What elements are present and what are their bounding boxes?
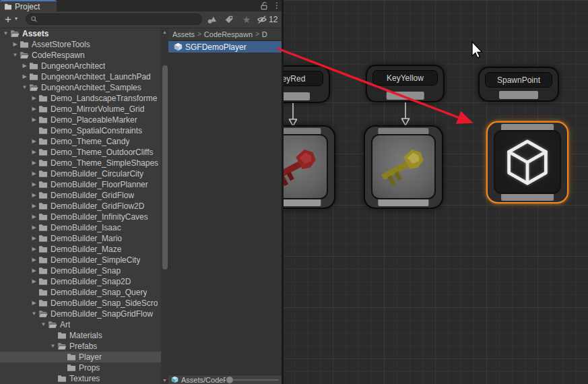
search-by-label-button[interactable] bbox=[222, 13, 236, 26]
tree-item[interactable]: Materials bbox=[0, 330, 161, 341]
tree-item[interactable]: ▶ DemoBuilder_Snap bbox=[0, 265, 161, 276]
search-box[interactable] bbox=[26, 13, 202, 25]
expander-icon[interactable]: ▶ bbox=[30, 298, 38, 309]
expander-icon[interactable]: ▶ bbox=[30, 115, 38, 125]
tree-item[interactable]: ▶ Demo_Theme_SimpleShapes bbox=[0, 158, 161, 168]
slider-knob[interactable] bbox=[226, 377, 233, 383]
search-input[interactable] bbox=[40, 15, 191, 24]
expander-icon[interactable]: ▼ bbox=[39, 319, 48, 330]
expander-icon[interactable]: ▶ bbox=[30, 136, 38, 147]
tree-item[interactable]: Demo_SpatialConstraints bbox=[0, 125, 161, 136]
expander-icon[interactable]: ▶ bbox=[30, 233, 38, 244]
tree-item[interactable]: ▶ DemoBuilder_Snap_SideScro bbox=[0, 298, 161, 309]
tree-item[interactable]: ▶ DemoBuilder_Maze bbox=[0, 244, 161, 255]
expander-icon[interactable]: ▼ bbox=[30, 309, 38, 319]
expander-icon[interactable]: ▶ bbox=[30, 168, 38, 179]
graph-node-spawnpoint-marker[interactable]: SpawnPoint bbox=[478, 67, 559, 102]
breadcrumb-segment[interactable]: Assets bbox=[172, 30, 195, 38]
panel-divider[interactable] bbox=[282, 0, 284, 384]
expander-icon[interactable]: ▶ bbox=[30, 158, 38, 168]
breadcrumb-segment[interactable]: D bbox=[262, 30, 267, 38]
tree-item[interactable]: ▶ Demo_PlaceableMarker bbox=[0, 115, 161, 125]
expander-icon[interactable]: ▶ bbox=[30, 190, 38, 201]
graph-node-keyred-marker[interactable]: KeyRed bbox=[282, 65, 330, 103]
tree-item[interactable]: ▶ Demo_LandscapeTransforme bbox=[0, 93, 161, 104]
tree-item[interactable]: ▶ DemoBuilder_Snap2D bbox=[0, 276, 161, 287]
breadcrumb-segment[interactable]: CodeRespawn bbox=[204, 30, 253, 38]
tree-item[interactable]: ▶ AssetStoreTools bbox=[0, 39, 161, 50]
tree-item-label: DemoBuilder_Mario bbox=[51, 233, 122, 244]
create-dropdown-caret-icon[interactable]: ▾ bbox=[15, 15, 18, 22]
scroll-up-icon[interactable]: ▲ bbox=[161, 30, 168, 34]
asset-item-label: SGFDemoPlayer bbox=[185, 42, 247, 52]
expander-icon[interactable]: ▶ bbox=[30, 104, 38, 115]
graph-node-keyred-item[interactable] bbox=[282, 125, 335, 209]
tree-item[interactable]: Textures bbox=[0, 373, 161, 384]
tree-item[interactable]: ▶ DemoBuilder_CircularCity bbox=[0, 168, 161, 179]
tree-item[interactable]: ▼ Art bbox=[0, 319, 161, 330]
expander-icon[interactable]: ▼ bbox=[1, 28, 10, 39]
expander-icon[interactable]: ▶ bbox=[30, 93, 38, 104]
tree-scrollbar[interactable]: ▲ ▼ bbox=[161, 28, 168, 384]
expander-icon[interactable]: ▶ bbox=[30, 212, 38, 222]
expander-icon[interactable]: ▼ bbox=[20, 82, 29, 93]
expander-icon[interactable]: ▶ bbox=[30, 276, 38, 287]
tree-item[interactable]: ▶ DemoBuilder_InfinityCaves bbox=[0, 212, 161, 222]
expander-icon[interactable]: ▶ bbox=[20, 61, 29, 71]
tree-item[interactable]: ▼ Assets bbox=[0, 28, 161, 39]
tree-item[interactable]: ▶ Demo_Theme_OutdoorCliffs bbox=[0, 147, 161, 158]
tree-item[interactable]: ▼ Prefabs bbox=[0, 341, 161, 352]
create-asset-button[interactable]: + bbox=[5, 12, 11, 27]
breadcrumb: Assets > CodeRespawn > D bbox=[168, 28, 282, 40]
folder-icon bbox=[20, 51, 30, 59]
folder-icon bbox=[38, 224, 48, 232]
tree-item[interactable]: ▶ DemoBuilder_GridFlow2D bbox=[0, 201, 161, 212]
eye-slash-icon bbox=[257, 15, 267, 24]
expander-icon[interactable]: ▼ bbox=[11, 50, 20, 61]
folder-icon bbox=[38, 278, 48, 286]
expander-icon[interactable]: ▶ bbox=[30, 255, 38, 265]
tab-project[interactable]: Project bbox=[0, 0, 57, 11]
graph-node-keyyellow-marker[interactable]: KeyYellow bbox=[366, 65, 445, 102]
expander-icon[interactable]: ▶ bbox=[20, 71, 29, 82]
expander-icon[interactable]: ▶ bbox=[11, 39, 20, 50]
tree-item[interactable]: ▼ DungeonArchitect_Samples bbox=[0, 82, 161, 93]
expander-icon[interactable]: ▶ bbox=[30, 179, 38, 190]
unlocked-padlock-icon[interactable] bbox=[260, 1, 268, 10]
tree-item[interactable]: Props bbox=[0, 362, 161, 373]
status-bar: Assets/CodeR bbox=[168, 375, 282, 384]
tree-item[interactable]: Player bbox=[0, 352, 161, 362]
tree-item[interactable]: ▶ DemoBuilder_GridFlow bbox=[0, 190, 161, 201]
tree-item[interactable]: ▶ DungeonArchitect_LaunchPad bbox=[0, 71, 161, 82]
expander-icon[interactable]: ▶ bbox=[30, 201, 38, 212]
tree-item-label: DemoBuilder_Snap bbox=[51, 265, 121, 276]
asset-item-sgfdemoplayer[interactable]: SGFDemoPlayer bbox=[168, 41, 282, 53]
expander-icon[interactable]: ▶ bbox=[30, 147, 38, 158]
graph-node-keyyellow-item[interactable] bbox=[364, 125, 443, 209]
expander-icon[interactable]: ▶ bbox=[30, 244, 38, 255]
breadcrumb-separator: > bbox=[255, 30, 259, 38]
tree-item[interactable]: ▶ DemoBuilder_SimpleCity bbox=[0, 255, 161, 265]
tree-item[interactable]: ▶ DemoBuilder_FloorPlanner bbox=[0, 179, 161, 190]
favorites-star-button[interactable]: ★ bbox=[239, 13, 254, 26]
expander-icon[interactable]: ▶ bbox=[30, 222, 38, 233]
tree-item[interactable]: ▼ DemoBuilder_SnapGridFlow bbox=[0, 309, 161, 319]
scrollbar-thumb[interactable] bbox=[162, 65, 168, 269]
flow-graph-canvas[interactable]: KeyRed KeyYellow SpawnPoint bbox=[282, 0, 588, 384]
tree-item[interactable]: ▶ DungeonArchitect bbox=[0, 61, 161, 71]
hidden-count-toggle[interactable]: 12 bbox=[257, 13, 282, 26]
tree-item[interactable]: ▶ Demo_MirrorVolume_Grid bbox=[0, 104, 161, 115]
tree-item[interactable]: ▶ DemoBuilder_Mario bbox=[0, 233, 161, 244]
graph-node-spawnpoint-item-selected[interactable] bbox=[486, 121, 568, 203]
tree-item[interactable]: ▶ DemoBuilder_Isaac bbox=[0, 222, 161, 233]
expander-icon[interactable]: ▼ bbox=[48, 341, 57, 352]
expander-icon[interactable]: ▶ bbox=[30, 265, 38, 276]
tree-item[interactable]: ▶ Demo_Theme_Candy bbox=[0, 136, 161, 147]
search-by-type-button[interactable] bbox=[204, 13, 219, 26]
thumbnail-zoom-slider[interactable] bbox=[229, 379, 279, 381]
tree-item-label: CodeRespawn bbox=[32, 50, 85, 61]
scroll-down-icon[interactable]: ▼ bbox=[161, 378, 168, 383]
tree-item[interactable]: DemoBuilder_Snap_Query bbox=[0, 287, 161, 298]
tree-item[interactable]: ▼ CodeRespawn bbox=[0, 50, 161, 61]
kebab-menu-icon[interactable]: ⋮ bbox=[273, 1, 281, 10]
